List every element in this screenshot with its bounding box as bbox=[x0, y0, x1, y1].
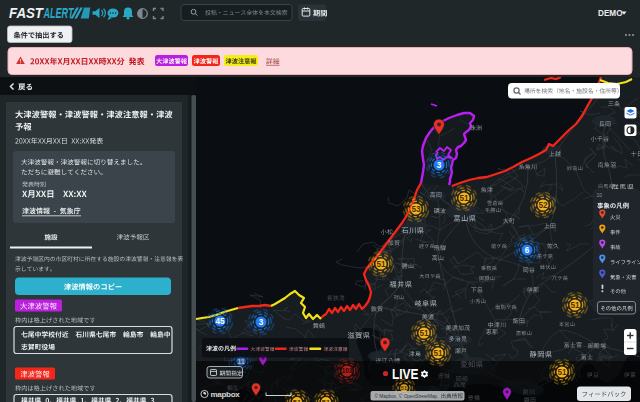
svg-text:51: 51 bbox=[459, 194, 469, 203]
svg-text:ALERT: ALERT bbox=[43, 5, 74, 21]
svg-text:6: 6 bbox=[525, 246, 530, 255]
svg-text:51: 51 bbox=[419, 329, 429, 338]
svg-text:FAST: FAST bbox=[9, 5, 44, 21]
svg-text:51: 51 bbox=[376, 260, 386, 269]
svg-text:3: 3 bbox=[259, 318, 264, 327]
svg-text:© Mapbox, © OpenStreetMap,: © Mapbox, © OpenStreetMap, bbox=[375, 393, 439, 399]
svg-text:51: 51 bbox=[322, 398, 330, 402]
svg-text:51: 51 bbox=[570, 301, 580, 310]
svg-text:53: 53 bbox=[411, 205, 421, 214]
svg-text:3: 3 bbox=[437, 161, 442, 170]
svg-text:LIVE: LIVE bbox=[392, 366, 419, 382]
svg-text:45: 45 bbox=[215, 317, 225, 326]
svg-text:51: 51 bbox=[433, 349, 443, 358]
svg-text:51: 51 bbox=[293, 398, 301, 402]
svg-text:mapbox: mapbox bbox=[211, 390, 241, 399]
svg-text:DEMO: DEMO bbox=[598, 9, 623, 18]
svg-text:52: 52 bbox=[538, 201, 548, 210]
svg-text:10: 10 bbox=[597, 192, 603, 198]
svg-text:51: 51 bbox=[401, 385, 407, 391]
svg-text:11: 11 bbox=[237, 357, 245, 366]
svg-text:103: 103 bbox=[342, 367, 353, 374]
svg-text:51: 51 bbox=[557, 368, 567, 377]
